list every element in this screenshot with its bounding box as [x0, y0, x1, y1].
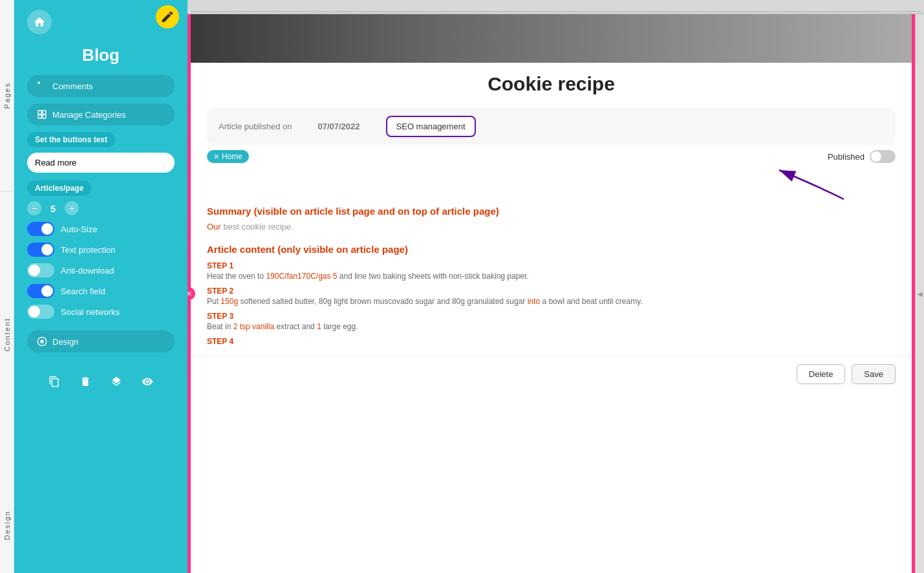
- home-icon[interactable]: [27, 10, 52, 34]
- content-label-section[interactable]: Content: [0, 191, 14, 478]
- article-body-section: Article content (only visible on article…: [207, 244, 896, 347]
- auto-size-knob: [41, 223, 53, 235]
- left-labels: Pages Content Design: [0, 0, 14, 573]
- step-1-text: Heat the oven to 190C/fan170C/gas 5 and …: [207, 270, 896, 283]
- summary-body: Our best cookie recipe.: [207, 221, 896, 234]
- manage-categories-label: Manage Categories: [52, 110, 125, 120]
- trash-icon[interactable]: [76, 372, 95, 391]
- step-3-text: Beat in 2 tsp vanilla extract and 1 larg…: [207, 321, 896, 333]
- step-4-label: STEP 4: [207, 337, 896, 346]
- social-networks-toggle[interactable]: [27, 305, 54, 319]
- svg-rect-4: [43, 115, 46, 118]
- article-date: 07/07/2022: [317, 122, 360, 131]
- published-toggle-knob: [871, 151, 881, 162]
- arrow-annotation: [207, 167, 896, 202]
- counter-increase-button[interactable]: +: [65, 201, 79, 215]
- search-field-toggle[interactable]: [27, 284, 54, 298]
- annotation-arrow: [727, 167, 857, 202]
- right-expand-handle[interactable]: ◀: [915, 14, 924, 573]
- summary-normal-text: best cookie recipe.: [223, 222, 293, 232]
- step-2-text: Put 150g softened salted butter, 80g lig…: [207, 296, 896, 308]
- pencil-icon[interactable]: [154, 3, 181, 30]
- article-hero-image: [191, 14, 912, 63]
- tags-area: ✕ Home: [207, 150, 249, 163]
- social-networks-label: Social networks: [61, 307, 120, 317]
- svg-point-6: [40, 340, 43, 343]
- text-protection-toggle-row: Text protection: [27, 243, 175, 257]
- counter-value: 5: [47, 203, 59, 214]
- left-pink-border: ✕: [188, 14, 191, 573]
- article-actions: Delete Save: [191, 356, 912, 392]
- summary-heading: Summary (visible on article list page an…: [207, 206, 896, 217]
- pages-label: Pages: [3, 82, 11, 109]
- search-field-toggle-row: Search field: [27, 284, 175, 298]
- text-protection-label: Text protection: [61, 245, 116, 255]
- delete-button[interactable]: Delete: [797, 364, 846, 384]
- anti-download-knob: [28, 265, 40, 276]
- save-button[interactable]: Save: [852, 364, 896, 384]
- step-3-label: STEP 3: [207, 312, 896, 321]
- meta-left: Article published on 07/07/2022 SEO mana…: [219, 116, 476, 137]
- tag-home[interactable]: ✕ Home: [207, 150, 249, 163]
- tag-x-icon[interactable]: ✕: [213, 153, 219, 161]
- text-protection-toggle[interactable]: [27, 243, 54, 257]
- content-label: Content: [3, 318, 11, 352]
- text-protection-knob: [41, 244, 53, 255]
- step-2: STEP 2 Put 150g softened salted butter, …: [207, 286, 896, 308]
- seo-management-button[interactable]: SEO management: [386, 116, 476, 137]
- pages-label-section[interactable]: Pages: [0, 0, 14, 191]
- svg-rect-3: [38, 115, 41, 118]
- eye-icon[interactable]: [138, 372, 157, 391]
- collapse-arrow-icon: ◀: [918, 290, 923, 297]
- article-content-heading: Article content (only visible on article…: [207, 244, 896, 255]
- summary-section: Summary (visible on article list page an…: [207, 206, 896, 234]
- anti-download-label: Anti-download: [61, 266, 114, 276]
- svg-rect-1: [38, 111, 41, 114]
- articles-counter: − 5 +: [27, 201, 79, 215]
- social-networks-toggle-row: Social networks: [27, 305, 175, 319]
- counter-decrease-button[interactable]: −: [27, 201, 41, 215]
- sidebar-content: Blog Comments Manage Categories Set the …: [14, 45, 188, 352]
- auto-size-label: Auto-Size: [61, 224, 97, 234]
- auto-size-toggle[interactable]: [27, 222, 54, 236]
- comments-label: Comments: [52, 81, 93, 91]
- design-button[interactable]: Design: [27, 330, 175, 352]
- svg-rect-2: [43, 111, 46, 114]
- step-4: STEP 4: [207, 337, 896, 346]
- manage-categories-button[interactable]: Manage Categories: [27, 103, 175, 125]
- sidebar-footer: [45, 365, 157, 398]
- tags-published-row: ✕ Home Published: [207, 150, 896, 163]
- ruler: [188, 0, 924, 14]
- blog-title: Blog: [82, 45, 120, 65]
- design-label-section[interactable]: Design: [0, 478, 14, 574]
- design-label: Design: [3, 510, 11, 540]
- summary-red-text: Our: [207, 222, 221, 232]
- content-area: ✕ Cookie recipe Article published on 07/…: [188, 14, 924, 573]
- svg-rect-0: [38, 81, 39, 83]
- sidebar: Blog Comments Manage Categories Set the …: [14, 0, 188, 573]
- published-toggle[interactable]: [870, 150, 896, 163]
- copy-icon[interactable]: [45, 372, 64, 391]
- articles-per-page-badge[interactable]: Articles/page: [27, 180, 91, 196]
- step-2-label: STEP 2: [207, 286, 896, 296]
- step-1: STEP 1 Heat the oven to 190C/fan170C/gas…: [207, 261, 896, 283]
- read-more-input[interactable]: [27, 153, 175, 173]
- main-area: ✕ Cookie recipe Article published on 07/…: [188, 0, 924, 573]
- comments-button[interactable]: Comments: [27, 75, 175, 97]
- tag-label: Home: [222, 152, 242, 161]
- sidebar-header: [14, 0, 188, 45]
- article-content-panel: Cookie recipe Article published on 07/07…: [191, 14, 912, 573]
- layers-icon[interactable]: [107, 372, 126, 391]
- search-field-label: Search field: [61, 286, 105, 296]
- published-toggle-row: Published: [828, 150, 896, 163]
- ruler-marks: [191, 0, 921, 14]
- article-title: Cookie recipe: [191, 63, 912, 103]
- auto-size-toggle-row: Auto-Size: [27, 222, 175, 236]
- anti-download-toggle[interactable]: [27, 263, 54, 277]
- published-label: Published: [828, 152, 865, 162]
- article-meta-bar: Article published on 07/07/2022 SEO mana…: [207, 108, 896, 145]
- published-on-label: Article published on: [219, 122, 292, 131]
- search-field-knob: [41, 285, 53, 297]
- step-1-label: STEP 1: [207, 261, 896, 270]
- set-buttons-text-badge[interactable]: Set the buttons text: [27, 132, 115, 147]
